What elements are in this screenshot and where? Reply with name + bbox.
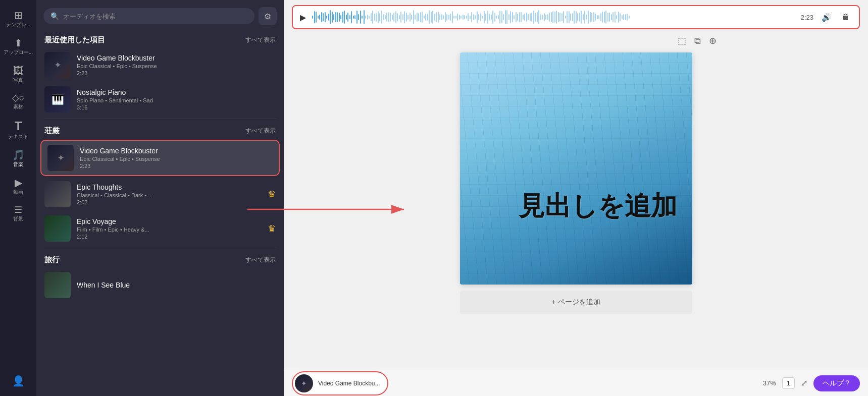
main-area: ▶ 2:23 🔊 🗑 ⬚ ⧉ ⊕ 見出しを追加 + ページを追加: [284, 0, 868, 396]
video-icon: ▶: [15, 178, 22, 188]
sidebar-item-elements-label: 素材: [13, 104, 23, 110]
sidebar-item-music-label: 音楽: [13, 161, 23, 167]
sidebar-item-background[interactable]: ☰ 背景: [0, 201, 36, 226]
recent-section-header: 最近使用した項目 すべて表示: [36, 30, 284, 48]
sidebar-item-upload-label: アップロー...: [4, 49, 33, 55]
track-tags-vgb-recent: Epic Classical • Epic • Suspense: [77, 63, 276, 69]
search-input[interactable]: [63, 13, 247, 20]
sidebar-item-music[interactable]: 🎵 音楽: [0, 146, 36, 172]
track-item-et-solemn[interactable]: Epic Thoughts Classical • Classical • Da…: [36, 177, 284, 211]
page-indicator: 1: [782, 377, 795, 389]
expand-button[interactable]: ⤢: [801, 378, 807, 388]
recent-section-title: 最近使用した項目: [44, 35, 105, 45]
solemn-show-all[interactable]: すべて表示: [245, 127, 276, 135]
track-name-ev-solemn: Epic Voyage: [77, 217, 262, 225]
recent-show-all[interactable]: すべて表示: [245, 36, 276, 44]
track-duration-vgb-solemn: 2:23: [80, 163, 273, 169]
sidebar-item-text-label: テキスト: [8, 134, 28, 140]
help-button[interactable]: ヘルプ？: [813, 375, 860, 391]
volume-button[interactable]: 🔊: [820, 12, 834, 23]
now-playing-thumb: ✦: [295, 374, 313, 392]
travel-show-all[interactable]: すべて表示: [245, 256, 276, 264]
slide-background: 見出しを追加: [460, 52, 692, 285]
track-tags-ev-solemn: Film • Film • Epic • Heavy &...: [77, 227, 262, 233]
track-info-vgb-recent: Video Game Blockbuster Epic Classical • …: [77, 54, 276, 76]
section-divider-2: [44, 248, 276, 248]
canvas-toolbar: ⬚ ⧉ ⊕: [676, 33, 719, 48]
search-input-wrap[interactable]: 🔍: [43, 8, 254, 24]
solemn-section-header: 荘厳 すべて表示: [36, 121, 284, 139]
track-name-np-recent: Nostalgic Piano: [77, 88, 276, 96]
track-duration-ev-solemn: 2:12: [77, 234, 262, 240]
search-icon: 🔍: [50, 12, 59, 20]
track-thumb-vgb-recent: [44, 52, 71, 78]
section-divider-1: [44, 119, 276, 119]
track-item-vgb-solemn[interactable]: Video Game Blockbuster Epic Classical • …: [40, 140, 280, 176]
photo-icon: 🖼: [13, 66, 23, 76]
upload-icon: ⬆: [14, 38, 23, 48]
add-element-button[interactable]: ⊕: [707, 33, 719, 48]
waveform: [312, 10, 795, 24]
track-tags-np-recent: Solo Piano • Sentimental • Sad: [77, 97, 276, 103]
track-duration-np-recent: 3:16: [77, 104, 276, 110]
track-info-ev-solemn: Epic Voyage Film • Film • Epic • Heavy &…: [77, 217, 262, 240]
track-info-wisb: When I See Blue: [77, 281, 276, 289]
time-display: 2:23: [801, 14, 813, 21]
sidebar-item-templates-label: テンプレ...: [6, 22, 30, 28]
track-info-np-recent: Nostalgic Piano Solo Piano • Sentimental…: [77, 88, 276, 110]
bottom-bar: ✦ Video Game Blockbu... 37% 1 ⤢ ヘルプ？: [284, 370, 868, 396]
track-name-et-solemn: Epic Thoughts: [77, 183, 262, 191]
canvas-area: ⬚ ⧉ ⊕ 見出しを追加 + ページを追加: [284, 33, 868, 370]
now-playing-chip[interactable]: ✦ Video Game Blockbu...: [292, 371, 388, 395]
sidebar-item-elements[interactable]: ◇○ 素材: [0, 89, 36, 114]
filter-button[interactable]: ⚙: [259, 7, 277, 25]
account-icon: 👤: [12, 376, 25, 386]
slide-headline[interactable]: 見出しを追加: [519, 189, 677, 224]
elements-icon: ◇○: [12, 93, 25, 102]
track-item-wisb[interactable]: When I See Blue: [36, 268, 284, 302]
background-icon: ☰: [14, 205, 22, 214]
track-duration-et-solemn: 2:02: [77, 199, 262, 205]
sidebar-item-account[interactable]: 👤: [0, 372, 36, 390]
frame-button[interactable]: ⬚: [676, 33, 688, 48]
sidebar-item-photo[interactable]: 🖼 写真: [0, 62, 36, 87]
music-icon: 🎵: [12, 150, 25, 160]
track-name-vgb-recent: Video Game Blockbuster: [77, 54, 276, 62]
add-page-button[interactable]: + ページを追加: [460, 291, 692, 314]
track-item-vgb-recent[interactable]: Video Game Blockbuster Epic Classical • …: [36, 48, 284, 82]
track-tags-vgb-solemn: Epic Classical • Epic • Suspense: [80, 156, 273, 162]
track-thumb-wisb: [44, 272, 71, 298]
canvas-slide[interactable]: 見出しを追加: [460, 52, 692, 285]
track-info-et-solemn: Epic Thoughts Classical • Classical • Da…: [77, 183, 262, 205]
track-thumb-ev-solemn: [44, 215, 71, 242]
slide-color-overlay: [460, 52, 692, 285]
track-info-vgb-solemn: Video Game Blockbuster Epic Classical • …: [80, 147, 273, 169]
text-icon: T: [15, 120, 22, 132]
sidebar-item-video[interactable]: ▶ 動画: [0, 174, 36, 199]
track-name-wisb: When I See Blue: [77, 281, 276, 289]
zoom-display: 37%: [763, 379, 776, 387]
duplicate-button[interactable]: ⧉: [692, 33, 703, 48]
travel-section-header: 旅行 すべて表示: [36, 250, 284, 268]
sidebar-item-video-label: 動画: [13, 189, 23, 195]
track-item-ev-solemn[interactable]: Epic Voyage Film • Film • Epic • Heavy &…: [36, 211, 284, 246]
track-item-np-recent[interactable]: Nostalgic Piano Solo Piano • Sentimental…: [36, 82, 284, 117]
sidebar-item-background-label: 背景: [13, 216, 23, 222]
sidebar: ⊞ テンプレ... ⬆ アップロー... 🖼 写真 ◇○ 素材 T テキスト 🎵…: [0, 0, 36, 396]
track-duration-vgb-recent: 2:23: [77, 70, 276, 76]
travel-section-title: 旅行: [44, 255, 60, 265]
track-thumb-np-recent: [44, 86, 71, 112]
templates-icon: ⊞: [14, 10, 23, 20]
delete-button[interactable]: 🗑: [840, 12, 852, 23]
sidebar-item-templates[interactable]: ⊞ テンプレ...: [0, 6, 36, 32]
track-tags-et-solemn: Classical • Classical • Dark •...: [77, 192, 262, 198]
crown-icon-et: ♛: [268, 189, 276, 200]
solemn-section-title: 荘厳: [44, 126, 60, 136]
sidebar-item-text[interactable]: T テキスト: [0, 116, 36, 144]
search-bar: 🔍 ⚙: [43, 7, 277, 25]
track-name-vgb-solemn: Video Game Blockbuster: [80, 147, 273, 155]
play-button[interactable]: ▶: [300, 13, 306, 22]
now-playing-title: Video Game Blockbu...: [318, 380, 380, 387]
audio-player-bar: ▶ 2:23 🔊 🗑: [292, 5, 860, 29]
sidebar-item-upload[interactable]: ⬆ アップロー...: [0, 34, 36, 60]
